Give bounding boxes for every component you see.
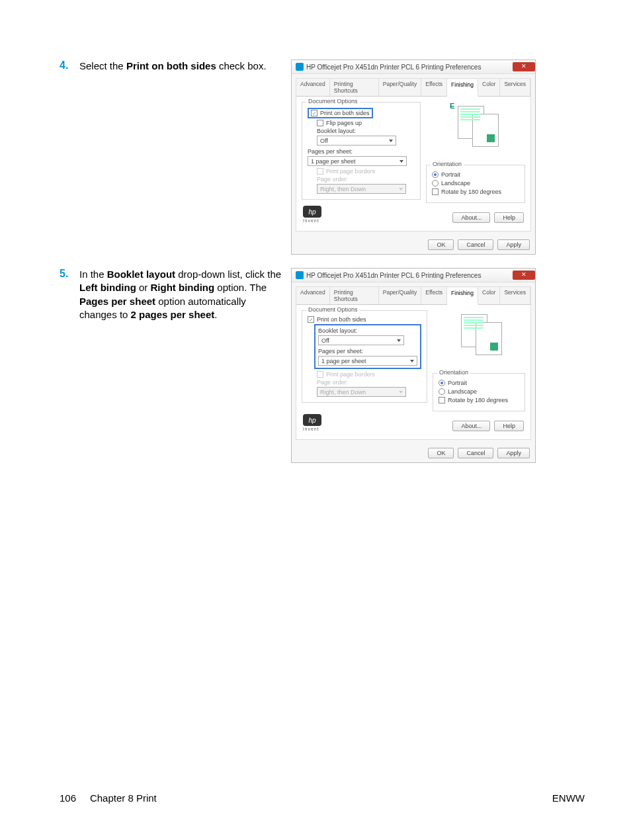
hp-icon — [296, 63, 304, 71]
doc-options-label: Document Options — [306, 98, 360, 105]
print-page-borders-checkbox — [317, 371, 323, 378]
landscape-radio[interactable] — [432, 180, 439, 187]
portrait-label: Portrait — [448, 380, 467, 386]
booklet-layout-select[interactable]: Off — [318, 335, 404, 345]
pages-per-sheet-label: Pages per sheet: — [318, 348, 417, 355]
hp-logo-icon: hp — [303, 414, 321, 426]
preview-e-icon: E — [450, 102, 454, 110]
page-order-select: Right, then Down — [317, 184, 406, 194]
tab-finishing[interactable]: Finishing — [447, 79, 478, 97]
rotate-180-checkbox[interactable] — [432, 189, 439, 195]
step-text-4: Select the Print on both sides check box… — [79, 60, 284, 73]
document-options-group: Document Options Print on both sides Boo… — [302, 310, 427, 403]
hp-invent-text: invent — [303, 218, 321, 223]
tab-paper[interactable]: Paper/Quality — [379, 79, 422, 96]
booklet-layout-label: Booklet layout: — [317, 128, 415, 134]
tab-finishing[interactable]: Finishing — [447, 288, 478, 305]
close-icon[interactable]: ✕ — [513, 271, 535, 280]
step-number-5: 5. — [60, 268, 79, 280]
tab-color[interactable]: Color — [478, 287, 500, 304]
page-footer: 106 Chapter 8 Print ENWW — [60, 792, 585, 804]
rotate-180-label: Rotate by 180 degrees — [448, 397, 508, 403]
close-icon[interactable]: ✕ — [513, 62, 535, 71]
portrait-label: Portrait — [441, 171, 460, 178]
tab-services[interactable]: Services — [500, 79, 530, 96]
step-text-5: In the Booklet layout drop-down list, cl… — [79, 268, 284, 321]
about-button[interactable]: About... — [452, 212, 490, 223]
tab-shortcuts[interactable]: Printing Shortcuts — [330, 287, 379, 304]
about-button[interactable]: About... — [452, 421, 490, 431]
dialog-titlebar: HP Officejet Pro X451dn Printer PCL 6 Pr… — [292, 269, 535, 282]
ok-button[interactable]: OK — [428, 448, 454, 458]
tab-advanced[interactable]: Advanced — [296, 79, 330, 96]
orientation-group: Orientation Portrait Landscape — [426, 165, 525, 203]
step-number-4: 4. — [60, 60, 79, 71]
tab-color[interactable]: Color — [478, 79, 500, 96]
doc-options-label: Document Options — [306, 306, 360, 313]
chapter-label: Chapter 8 Print — [90, 792, 157, 804]
tab-strip: Advanced Printing Shortcuts Paper/Qualit… — [296, 287, 530, 305]
flip-pages-up-checkbox[interactable] — [317, 120, 323, 126]
page-order-select: Right, then Down — [317, 387, 406, 397]
hp-logo-icon: hp — [303, 206, 321, 218]
pages-per-sheet-select[interactable]: 1 page per sheet — [318, 356, 417, 366]
rotate-180-label: Rotate by 180 degrees — [441, 189, 501, 195]
orientation-label: Orientation — [431, 161, 464, 167]
hp-invent-text: invent — [303, 427, 321, 431]
print-page-borders-checkbox — [317, 168, 323, 175]
landscape-label: Landscape — [448, 388, 477, 395]
print-preferences-dialog-1: HP Officejet Pro X451dn Printer PCL 6 Pr… — [291, 60, 536, 255]
footer-right: ENWW — [552, 792, 585, 804]
print-both-sides-label: Print on both sides — [317, 316, 366, 323]
apply-button[interactable]: Apply — [497, 239, 530, 250]
print-page-borders-label: Print page borders — [326, 371, 375, 378]
landscape-radio[interactable] — [439, 388, 445, 395]
print-both-sides-highlight: Print on both sides — [308, 108, 373, 118]
tab-paper[interactable]: Paper/Quality — [379, 287, 422, 304]
dialog-title: HP Officejet Pro X451dn Printer PCL 6 Pr… — [306, 63, 481, 71]
tab-shortcuts[interactable]: Printing Shortcuts — [330, 79, 379, 96]
hp-icon — [296, 271, 304, 279]
page-order-label: Page order: — [317, 379, 421, 386]
booklet-layout-highlight: Booklet layout: Off Pages per sheet: 1 p… — [314, 324, 421, 369]
portrait-radio[interactable] — [432, 171, 439, 178]
booklet-layout-select[interactable]: Off — [317, 136, 396, 146]
tab-services[interactable]: Services — [500, 287, 530, 304]
booklet-layout-label: Booklet layout: — [318, 327, 417, 334]
tab-effects[interactable]: Effects — [421, 287, 447, 304]
page-number: 106 — [60, 792, 76, 804]
cancel-button[interactable]: Cancel — [458, 448, 493, 458]
tab-effects[interactable]: Effects — [421, 79, 447, 96]
tab-strip: Advanced Printing Shortcuts Paper/Qualit… — [296, 79, 530, 97]
print-page-borders-label: Print page borders — [326, 168, 375, 175]
print-both-sides-label: Print on both sides — [320, 110, 370, 116]
page-order-label: Page order: — [317, 176, 415, 183]
apply-button[interactable]: Apply — [497, 448, 530, 458]
pages-per-sheet-select[interactable]: 1 page per sheet — [308, 156, 407, 166]
dialog-title: HP Officejet Pro X451dn Printer PCL 6 Pr… — [306, 272, 481, 279]
cancel-button[interactable]: Cancel — [458, 239, 493, 250]
document-options-group: Document Options Print on both sides — [302, 102, 421, 200]
pages-per-sheet-label: Pages per sheet: — [308, 148, 415, 155]
flip-pages-up-label: Flip pages up — [326, 120, 362, 126]
print-both-sides-checkbox[interactable] — [308, 316, 314, 323]
rotate-180-checkbox[interactable] — [439, 397, 445, 403]
layout-preview — [456, 310, 502, 353]
ok-button[interactable]: OK — [428, 239, 454, 250]
layout-preview: E — [452, 102, 499, 145]
landscape-label: Landscape — [441, 180, 470, 187]
portrait-radio[interactable] — [439, 380, 445, 386]
help-button[interactable]: Help — [494, 212, 524, 223]
tab-advanced[interactable]: Advanced — [296, 287, 330, 304]
orientation-label: Orientation — [437, 369, 470, 376]
print-preferences-dialog-2: HP Officejet Pro X451dn Printer PCL 6 Pr… — [291, 268, 536, 463]
print-both-sides-checkbox[interactable] — [311, 110, 317, 116]
dialog-titlebar: HP Officejet Pro X451dn Printer PCL 6 Pr… — [292, 60, 535, 74]
orientation-group: Orientation Portrait Landscape — [433, 373, 525, 411]
help-button[interactable]: Help — [494, 421, 524, 431]
